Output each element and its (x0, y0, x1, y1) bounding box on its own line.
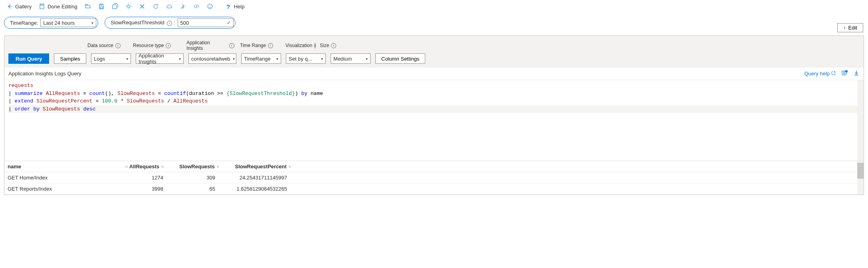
label-app-insights: Application Insights (186, 40, 227, 51)
time-range-select[interactable]: TimeRange▾ (241, 53, 281, 64)
external-link-icon (831, 71, 836, 77)
tool-save-icon[interactable] (96, 2, 107, 11)
label-data-source: Data source (87, 43, 113, 48)
chevron-down-icon: ▾ (321, 57, 323, 61)
gallery-button[interactable]: Gallery (4, 2, 34, 11)
tool-open-icon[interactable] (82, 2, 93, 11)
column-settings-button[interactable]: Column Settings (375, 53, 425, 64)
controls-row: Run Query Samples Logs▾ Application Insi… (8, 53, 860, 64)
chevron-down-icon: ▾ (126, 57, 128, 61)
sort-icon[interactable]: ↑↓ (288, 164, 291, 169)
arrow-left-icon (6, 3, 13, 10)
done-editing-label: Done Editing (48, 4, 77, 10)
done-editing-button[interactable]: Done Editing (36, 2, 79, 11)
svg-point-1 (127, 5, 130, 8)
gallery-label: Gallery (15, 4, 32, 10)
sort-icon[interactable]: ↑↓ (216, 164, 219, 169)
info-icon[interactable]: i (314, 43, 316, 48)
results-table: name↑↓ AllRequests↑↓ SlowRequests↑↓ Slow… (4, 161, 864, 195)
edit-label: Edit (848, 25, 857, 31)
visualization-select[interactable]: Set by q...▾ (286, 53, 326, 64)
tool-refresh-icon[interactable] (150, 2, 161, 11)
size-select[interactable]: Medium▾ (331, 53, 371, 64)
label-size: Size (320, 43, 329, 48)
up-arrow-icon: ↑ (843, 25, 846, 31)
info-icon[interactable]: i (268, 43, 273, 48)
svg-point-3 (209, 5, 209, 6)
info-icon[interactable]: i (331, 43, 336, 48)
svg-point-2 (208, 4, 212, 9)
slowthreshold-input[interactable]: 500 ✓ (178, 18, 234, 27)
info-icon[interactable]: i (115, 43, 121, 48)
results-scrollbar[interactable] (857, 161, 864, 195)
query-panel: Data sourcei Resource typei Application … (4, 35, 864, 195)
svg-point-7 (845, 70, 848, 73)
timerange-label: TimeRange: (10, 20, 38, 26)
tool-pin-icon[interactable] (177, 2, 188, 11)
slowthreshold-value: 500 (180, 20, 189, 26)
query-title: Application Insights Logs Query (8, 71, 81, 77)
help-button[interactable]: ? Help (223, 2, 247, 11)
help-label: Help (234, 4, 245, 10)
help-icon: ? (225, 3, 232, 10)
table-row[interactable]: GET Reports/Index 3998 65 1.625812906453… (4, 183, 864, 195)
table-row[interactable]: GET Home/Index 1274 309 24.2543171114599… (4, 172, 864, 183)
info-icon[interactable]: i (229, 43, 234, 48)
info-icon[interactable]: i (167, 21, 172, 26)
query-editor[interactable]: requests | summarize AllRequests = count… (4, 80, 864, 161)
control-labels-row: Data sourcei Resource typei Application … (87, 40, 860, 51)
tool-cloud-icon[interactable] (164, 2, 175, 11)
chevron-down-icon: ▾ (366, 57, 368, 61)
svg-point-4 (210, 5, 211, 6)
col-slowpercent[interactable]: SlowRequestPercent (235, 164, 287, 169)
save-doc-icon (39, 3, 45, 10)
info-icon[interactable]: i (166, 43, 171, 48)
query-panel-topbar: Data sourcei Resource typei Application … (4, 36, 864, 67)
col-allrequests[interactable]: AllRequests (129, 164, 159, 169)
label-resource-type: Resource type (133, 43, 164, 48)
data-source-select[interactable]: Logs▾ (91, 53, 131, 64)
col-slowrequests[interactable]: SlowRequests (179, 164, 215, 169)
download-icon[interactable] (853, 70, 860, 77)
tool-settings-icon[interactable] (123, 2, 134, 11)
samples-button[interactable]: Samples (54, 53, 86, 64)
results-header: name↑↓ AllRequests↑↓ SlowRequests↑↓ Slow… (4, 161, 864, 172)
resource-type-select[interactable]: Application Insights▾ (136, 53, 184, 64)
timerange-value: Last 24 hours (43, 20, 75, 26)
svg-rect-5 (842, 71, 844, 75)
slowthreshold-label: SlowRequestThreshold i : (111, 20, 175, 26)
chevron-down-icon: ▾ (179, 57, 181, 61)
label-time-range: Time Range (240, 43, 266, 48)
sort-icon[interactable]: ↑↓ (161, 164, 163, 169)
timerange-pill: TimeRange: Last 24 hours ▾ (4, 17, 98, 29)
main-toolbar: Gallery Done Editing ? Help (0, 0, 868, 13)
chevron-down-icon: ▾ (91, 21, 93, 25)
label-visualization: Visualization (285, 43, 312, 48)
check-icon: ✓ (227, 20, 231, 26)
tool-close-icon[interactable] (137, 2, 148, 11)
tool-code-icon[interactable] (191, 2, 202, 11)
query-help-link[interactable]: Query help (804, 71, 836, 77)
edit-button[interactable]: ↑ Edit (837, 23, 863, 32)
tool-smiley-icon[interactable] (204, 2, 216, 11)
tool-saveall-icon[interactable] (109, 2, 121, 11)
editor-scrollbar[interactable] (857, 80, 864, 161)
parameters-icon[interactable] (841, 70, 848, 77)
run-query-button[interactable]: Run Query (8, 53, 49, 64)
chevron-down-icon: ▾ (276, 57, 278, 61)
app-insights-select[interactable]: contosoretailweb▾ (188, 53, 236, 64)
timerange-select[interactable]: Last 24 hours ▾ (40, 18, 96, 27)
chevron-down-icon: ▾ (233, 57, 235, 61)
slowthreshold-pill: SlowRequestThreshold i : 500 ✓ (105, 17, 235, 29)
col-name[interactable]: name (8, 164, 21, 169)
query-title-row: Application Insights Logs Query Query he… (4, 67, 864, 80)
